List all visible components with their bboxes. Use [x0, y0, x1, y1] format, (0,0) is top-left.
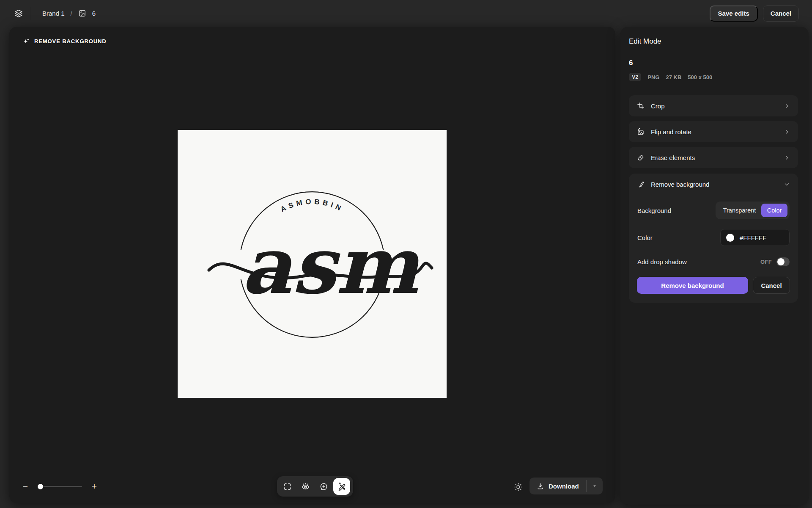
asset-meta-row: V2 PNG 27 KB 500 x 500	[629, 73, 798, 81]
top-bar: Brand 1 / 6 Save edits Cancel	[0, 0, 812, 27]
tool-card-crop: Crop	[629, 95, 798, 116]
zoom-out-button[interactable]: −	[20, 481, 31, 492]
download-icon	[537, 483, 544, 490]
edit-mode-panel: Edit Mode 6 V2 PNG 27 KB 500 x 500 Crop	[620, 27, 809, 505]
crop-icon	[637, 102, 645, 110]
drop-shadow-row: Add drop shadow OFF	[629, 257, 798, 266]
brightness-button[interactable]	[513, 481, 524, 492]
canvas-panel: REMOVE BACKGROUND ASMOBBIN asm − +	[9, 27, 615, 503]
breadcrumb-asset[interactable]: 6	[92, 10, 96, 17]
asset-dimensions: 500 x 500	[688, 74, 712, 80]
asset-format: PNG	[647, 74, 659, 80]
version-badge: V2	[629, 73, 641, 81]
color-row: Color #FFFFFF	[629, 229, 798, 246]
drop-shadow-toggle[interactable]	[776, 257, 790, 266]
logo-script-text: asm	[241, 219, 420, 312]
sun-icon	[513, 482, 523, 492]
app-logo-layers-icon[interactable]	[14, 9, 23, 18]
logo-artwork[interactable]: ASMOBBIN asm	[178, 130, 447, 398]
tool-card-list: Crop Flip and rotate	[629, 95, 798, 303]
eye-history-icon	[301, 482, 310, 491]
topbar-cancel-button[interactable]: Cancel	[763, 6, 799, 22]
download-options-button[interactable]	[587, 478, 603, 494]
erase-elements-label: Erase elements	[651, 154, 695, 161]
image-icon	[78, 9, 86, 17]
color-picker-input[interactable]: #FFFFFF	[720, 229, 790, 246]
breadcrumb-separator: /	[71, 10, 72, 17]
chevron-right-icon	[784, 103, 790, 109]
chevron-right-icon	[784, 129, 790, 135]
asset-name: 6	[629, 59, 798, 67]
erase-elements-row[interactable]: Erase elements	[629, 147, 798, 168]
background-segmented-control: Transparent Color	[716, 202, 790, 219]
eraser-icon	[637, 154, 645, 161]
tool-card-erase: Erase elements	[629, 147, 798, 168]
zoom-slider-knob[interactable]	[38, 484, 43, 489]
apply-remove-background-button[interactable]: Remove background	[637, 277, 748, 294]
fit-view-icon	[283, 482, 292, 491]
topbar-divider	[31, 7, 31, 20]
zoom-in-button[interactable]: +	[89, 481, 100, 492]
drop-shadow-label: Add drop shadow	[637, 258, 687, 265]
color-hex-value: #FFFFFF	[740, 234, 766, 241]
chevron-right-icon	[784, 155, 790, 161]
panel-title: Edit Mode	[629, 37, 798, 46]
background-option-color[interactable]: Color	[761, 204, 787, 217]
fit-view-button[interactable]	[279, 478, 296, 495]
background-option-transparent[interactable]: Transparent	[718, 204, 761, 217]
toggle-knob	[777, 258, 785, 265]
zoom-slider-track[interactable]	[38, 486, 82, 487]
color-label: Color	[637, 234, 653, 241]
flip-rotate-label: Flip and rotate	[651, 128, 691, 135]
breadcrumb-brand[interactable]: Brand 1	[42, 10, 65, 17]
tool-card-flip-rotate: Flip and rotate	[629, 121, 798, 142]
chevron-down-icon	[784, 181, 790, 188]
background-row: Background Transparent Color	[629, 202, 798, 219]
color-swatch[interactable]	[726, 234, 734, 242]
sparkle-icon	[23, 38, 30, 45]
magic-edit-icon	[337, 482, 346, 491]
caret-down-icon	[592, 483, 598, 489]
flip-rotate-row[interactable]: Flip and rotate	[629, 121, 798, 142]
remove-background-actions: Remove background Cancel	[629, 277, 798, 294]
preview-original-button[interactable]	[297, 478, 314, 495]
download-label: Download	[549, 483, 579, 490]
asset-filesize: 27 KB	[666, 74, 681, 80]
magic-edit-button[interactable]	[333, 478, 350, 495]
add-comment-button[interactable]	[315, 478, 332, 495]
save-edits-button[interactable]: Save edits	[710, 6, 758, 22]
download-split-button: Download	[529, 478, 603, 494]
flip-rotate-icon	[637, 128, 645, 135]
download-button[interactable]: Download	[529, 478, 586, 494]
mode-label-text: REMOVE BACKGROUND	[34, 38, 107, 44]
crop-label: Crop	[651, 102, 665, 110]
breadcrumb: Brand 1 / 6	[42, 9, 96, 17]
remove-background-section: Remove background Background Transparent…	[629, 174, 798, 303]
magic-pen-icon	[637, 180, 645, 188]
canvas-toolbar	[277, 476, 353, 497]
crop-row[interactable]: Crop	[629, 95, 798, 116]
remove-background-cancel-button[interactable]: Cancel	[753, 277, 790, 294]
background-label: Background	[637, 207, 671, 214]
edit-mode-indicator: REMOVE BACKGROUND	[23, 38, 107, 45]
remove-background-header[interactable]: Remove background	[629, 174, 798, 195]
comment-plus-icon	[319, 482, 328, 491]
drop-shadow-state: OFF	[760, 259, 772, 265]
remove-background-title: Remove background	[651, 181, 709, 188]
